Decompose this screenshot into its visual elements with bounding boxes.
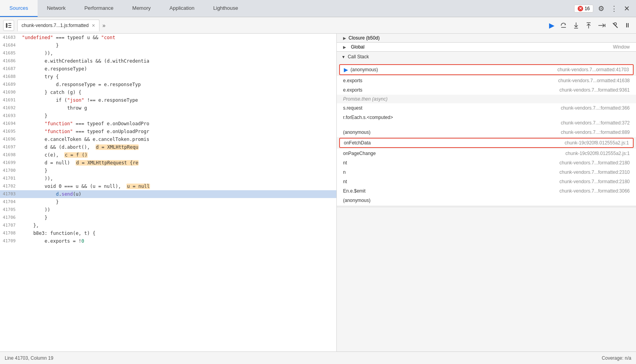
code-line-41706: 41706 }	[0, 214, 336, 222]
call-stack-header[interactable]: ▼ Call Stack	[337, 52, 636, 62]
stack-item-n-2310[interactable]: n chunk-vendors.7...formatted:2310	[337, 168, 636, 177]
stack-loc-onfetchdata: chunk-19c920f8.012555a2.js:1	[399, 140, 629, 146]
closure-b50d-arrow: ▶	[343, 36, 346, 40]
code-content[interactable]: 41683 "undefined" === typeof u && "cont …	[0, 34, 336, 351]
pause-button[interactable]: ⏸	[622, 20, 633, 31]
code-line-41699: 41699 d = null) d = XMLHttpRequest {re	[0, 159, 336, 167]
code-line-41691: 41691 if ("json" !== e.responseType	[0, 96, 336, 104]
file-tab-name: chunk-vendors.7...1.js:formatted	[22, 23, 89, 28]
stack-item-onpagechange[interactable]: onPageChange chunk-19c920f8.012555a2.js:…	[337, 149, 636, 158]
code-line-41694: 41694 "function" === typeof e.onDownload…	[0, 120, 336, 128]
right-panel: ▶ Closure (b50d) ▶ Global Window ▼ Call …	[337, 34, 636, 351]
sidebar-toggle[interactable]	[3, 20, 14, 31]
code-line-41696: 41696 e.cancelToken && e.cancelToken.pro…	[0, 135, 336, 143]
cursor-position: Line 41703, Column 19	[5, 355, 53, 361]
global-window: Window	[613, 44, 630, 50]
tab-memory[interactable]: Memory	[123, 0, 160, 17]
deactivate-button[interactable]	[609, 20, 621, 31]
code-panel: 41683 "undefined" === typeof u && "cont …	[0, 34, 337, 351]
code-line-41692: 41692 throw g	[0, 104, 336, 112]
global-item[interactable]: ▶ Global Window	[337, 43, 636, 51]
stack-fn-exports2: e.exports	[343, 87, 406, 93]
stack-loc-anon3	[406, 198, 630, 203]
tab-actions: ✕ 16 ⚙ ⋮ ✕	[574, 3, 636, 14]
main-area: 41683 "undefined" === typeof u && "cont …	[0, 34, 636, 351]
step-out-button[interactable]	[583, 20, 594, 31]
stack-loc-exports2: chunk-vendors.7...formatted:9361	[406, 87, 630, 93]
svg-line-11	[613, 23, 618, 28]
debug-toolbar: ▶	[547, 19, 633, 32]
stack-item-onfetchdata[interactable]: onFetchData chunk-19c920f8.012555a2.js:1	[339, 138, 634, 148]
error-count: 16	[585, 6, 590, 11]
stack-loc-anonymous: chunk-vendors.7...ormatted:41703	[405, 67, 629, 72]
code-line-41707: 41707 },	[0, 222, 336, 229]
coverage-status: Coverage: n/a	[602, 355, 631, 361]
stack-item-anon-889[interactable]: (anonymous) chunk-vendors.7...:formatted…	[337, 128, 636, 137]
stack-item-foreach[interactable]: r.forEach.s.<computed> chunk-vendors.7..…	[337, 113, 636, 128]
code-line-41702: 41702 void 0 === u && (u = null), u = nu…	[0, 182, 336, 190]
code-line-41683: 41683 "undefined" === typeof u && "cont	[0, 34, 336, 41]
stack-fn-anon2: (anonymous)	[343, 130, 406, 135]
more-options-button[interactable]: ⋮	[609, 3, 619, 14]
code-line-41688: 41688 try {	[0, 73, 336, 81]
status-bar: Line 41703, Column 19 Coverage: n/a	[0, 351, 636, 364]
stack-fn-anon3: (anonymous)	[343, 198, 406, 203]
stack-fn-request: s.request	[343, 105, 406, 111]
error-badge[interactable]: ✕ 16	[574, 5, 593, 13]
global-label: Global	[351, 44, 365, 50]
code-line-41709: 41709 e.exports = !0	[0, 237, 336, 245]
code-line-41708: 41708 b8e3: function(e, t) {	[0, 229, 336, 237]
stack-item-request[interactable]: s.request chunk-vendors.7...:formatted:3…	[337, 103, 636, 113]
file-tab[interactable]: chunk-vendors.7...1.js:formatted ×	[17, 20, 99, 31]
settings-button[interactable]: ⚙	[596, 3, 606, 14]
stack-loc-onpagechange: chunk-19c920f8.012555a2.js:1	[406, 151, 630, 156]
stack-item-exports-41638[interactable]: e.exports chunk-vendors.7...ormatted:416…	[337, 76, 636, 85]
more-tabs-button[interactable]: »	[99, 21, 109, 30]
svg-point-12	[614, 23, 616, 25]
stack-loc-foreach: chunk-vendors.7...:formatted:372	[343, 120, 630, 126]
code-line-41684: 41684 }	[0, 41, 336, 49]
global-section: ▶ Global Window	[337, 43, 636, 52]
call-stack-section: ▼ Call Stack ▶ (anonymous) chunk-vendors…	[337, 52, 636, 207]
closure-b50d-item[interactable]: ▶ Closure (b50d)	[337, 34, 636, 42]
code-line-41695: 41695 "function" === typeof e.onUploadPr…	[0, 128, 336, 135]
stack-item-nt-2180b[interactable]: nt chunk-vendors.7...formatted:2180	[337, 177, 636, 186]
tab-application[interactable]: Application	[160, 0, 204, 17]
step-into-button[interactable]	[570, 20, 582, 31]
call-stack-arrow: ▼	[341, 55, 345, 59]
stack-item-anonymous-top[interactable]: ▶ (anonymous) chunk-vendors.7...ormatted…	[339, 64, 634, 75]
closure-section: ▶ Closure (b50d)	[337, 34, 636, 43]
stack-item-arrow: ▶	[344, 67, 348, 73]
top-tab-bar: Sources Network Performance Memory Appli…	[0, 0, 636, 17]
stack-loc-request: chunk-vendors.7...:formatted:366	[406, 105, 630, 111]
tab-performance[interactable]: Performance	[75, 0, 123, 17]
stack-item-anon-bottom[interactable]: (anonymous)	[337, 196, 636, 205]
stack-fn-nt1: nt	[343, 160, 406, 166]
tab-sources[interactable]: Sources	[0, 0, 38, 17]
stack-item-emit[interactable]: En.e.$emit chunk-vendors.7...formatted:3…	[337, 186, 636, 196]
stack-fn-foreach: r.forEach.s.<computed>	[343, 115, 630, 120]
stack-fn-emit: En.e.$emit	[343, 188, 406, 194]
stack-fn-nt2: nt	[343, 179, 406, 184]
stack-loc-exports1: chunk-vendors.7...ormatted:41638	[406, 78, 630, 83]
stack-item-nt-2180a[interactable]: nt chunk-vendors.7...formatted:2180	[337, 158, 636, 168]
async-separator: Promise.then (async)	[337, 95, 636, 103]
stack-item-exports-9361[interactable]: e.exports chunk-vendors.7...formatted:93…	[337, 85, 636, 95]
resume-button[interactable]: ▶	[547, 19, 557, 32]
code-line-41686: 41686 e.withCredentials && (d.withCreden…	[0, 57, 336, 65]
code-line-41704: 41704 }	[0, 198, 336, 206]
call-stack-title: Call Stack	[348, 54, 369, 59]
stack-fn-n: n	[343, 169, 406, 175]
step-button[interactable]	[595, 20, 609, 31]
tab-lighthouse[interactable]: Lighthouse	[204, 0, 248, 17]
svg-rect-1	[8, 23, 11, 24]
file-tab-close[interactable]: ×	[92, 22, 95, 29]
close-button[interactable]: ✕	[622, 3, 631, 14]
step-over-button[interactable]	[558, 20, 569, 31]
stack-fn-anonymous: (anonymous)	[351, 67, 405, 72]
closure-b50d-label: Closure (b50d)	[349, 35, 379, 41]
tab-network[interactable]: Network	[38, 0, 75, 17]
call-stack-content: ▶ (anonymous) chunk-vendors.7...ormatted…	[337, 62, 636, 207]
stack-fn-onfetchdata: onFetchData	[344, 140, 399, 146]
svg-rect-0	[6, 23, 7, 28]
